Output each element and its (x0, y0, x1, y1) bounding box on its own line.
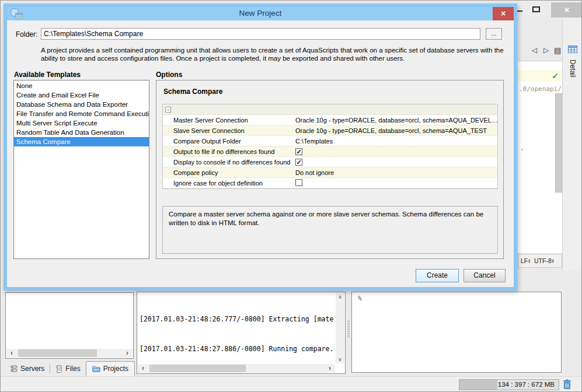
garbage-collect-button[interactable] (563, 379, 574, 391)
check-icon: ✓ (552, 71, 559, 80)
checkbox-checked[interactable]: ✓ (295, 159, 302, 166)
status-bar: 134 : 397 : 672 MB (1, 376, 581, 392)
collapse-icon[interactable]: − (165, 107, 171, 113)
console-line: [2017.01.03-21:48:26.777/-0800] Extracti… (140, 314, 334, 324)
editor-pane: ✓ .0/openapi/ ' (518, 61, 562, 253)
templates-list: None Create and Email Excel File Databas… (13, 80, 149, 259)
browse-button[interactable]: ... (486, 28, 502, 40)
tab-files[interactable]: Files (50, 362, 85, 375)
new-project-dialog: New Project × Folder: ... A project prov… (4, 4, 517, 290)
template-item[interactable]: None (14, 81, 149, 90)
tab-servers[interactable]: Servers (5, 362, 50, 375)
dialog-titlebar: New Project × (7, 7, 514, 20)
option-name: Master Server Connection (163, 115, 292, 125)
option-row: Compare policy Do not ignore (163, 167, 497, 178)
option-value: ✓ (292, 157, 497, 167)
scrollbar-thumb[interactable] (18, 349, 97, 357)
template-item[interactable]: Database Schema and Data Exporter (14, 100, 149, 109)
memory-gauge-fill (459, 380, 497, 390)
option-row: Master Server Connection Oracle 10g - ty… (163, 115, 497, 125)
options-panel: Schema Compare − Master Server Connectio… (156, 80, 504, 259)
scroll-right-icon[interactable]: › (326, 364, 334, 373)
scroll-left-icon[interactable]: ‹ (8, 349, 16, 358)
editor-text: .0/openapi/ (519, 85, 562, 93)
encoding-indicator[interactable]: UTF-8 ▴▾ (534, 257, 554, 264)
editor-current-line: ✓ (518, 70, 562, 82)
table-grid-icon (568, 46, 577, 53)
option-name: Compare policy (163, 167, 292, 177)
option-value[interactable]: Do not ignore (292, 167, 497, 177)
editor-mark: ' (520, 148, 524, 155)
project-description: A project provides a self contained prog… (41, 46, 516, 62)
folder-label: Folder: (16, 30, 37, 38)
console-line: [2017.01.03-21:48:27.886/-0800] Running … (140, 344, 334, 354)
templates-header: Available Templates (14, 71, 81, 79)
server-icon (11, 365, 18, 372)
template-item[interactable]: File Transfer and Remote Command Executi… (14, 109, 149, 118)
editor-scrollbar-thumb[interactable] (555, 93, 562, 192)
option-value (292, 178, 497, 188)
maximize-icon (532, 6, 540, 12)
folder-input[interactable] (41, 28, 480, 40)
tab-projects[interactable]: Projects (86, 361, 135, 376)
dialog-body: Folder: ... A project provides a self co… (7, 20, 514, 274)
scroll-left-icon[interactable]: ‹ (139, 364, 147, 373)
option-row: Slave Server Connection Oracle 10g - typ… (163, 125, 497, 136)
template-item[interactable]: Random Table And Data Generation (14, 128, 149, 137)
list-view-icon[interactable]: ▤ (554, 46, 561, 55)
template-item[interactable]: Multi Server Script Execute (14, 118, 149, 128)
create-button[interactable]: Create (416, 269, 459, 282)
nav-forward-icon[interactable]: ▷ (543, 46, 549, 54)
option-name: Slave Server Connection (163, 125, 292, 135)
option-name: Ignore case for object definition (163, 178, 292, 188)
maximize-button[interactable] (531, 4, 542, 16)
scroll-right-icon[interactable]: › (123, 349, 131, 358)
project-tree-panel: ‹ › (5, 292, 134, 359)
main-close-button[interactable]: × (551, 2, 582, 18)
checkbox-unchecked[interactable] (295, 179, 302, 186)
option-row: Output to file if no differences found ✓ (163, 146, 497, 157)
nav-back-icon[interactable]: ◁ (532, 46, 537, 54)
vertical-scrollbar[interactable]: ∧ ∨ (336, 293, 344, 363)
memory-gauge[interactable]: 134 : 397 : 672 MB (459, 379, 559, 390)
eol-indicator[interactable]: LF ▴▾ (521, 257, 530, 264)
cancel-button[interactable]: Cancel (463, 269, 506, 282)
template-item[interactable]: Create and Email Excel File (14, 90, 149, 100)
detail-sidebar: Detail (562, 20, 582, 271)
checkbox-checked[interactable]: ✓ (295, 148, 302, 155)
option-name: Compare Output Folder (163, 136, 292, 146)
template-item-selected[interactable]: Schema Compare (14, 137, 149, 146)
tab-detail[interactable]: Detail (569, 60, 577, 78)
file-icon (55, 365, 62, 373)
editor-status-bar: LF ▴▾ UTF-8 ▴▾ (518, 254, 562, 268)
memory-usage-text: 134 : 397 : 672 MB (498, 381, 555, 388)
scroll-up-icon[interactable]: ∧ (336, 294, 344, 300)
option-value[interactable]: C:\Templates (292, 136, 497, 146)
trash-icon (563, 379, 574, 390)
close-icon: × (564, 5, 570, 15)
option-value: ✓ (292, 146, 497, 156)
option-value[interactable]: Oracle 10g - type=ORACLE, database=orcl,… (292, 125, 497, 135)
option-value[interactable]: Oracle 10g - type=ORACLE, database=orcl,… (292, 115, 497, 125)
app-window: × ◁ ▷ ▤ ✓ .0/openapi/ ' Detail LF ▴▾ (0, 0, 582, 392)
option-name: Display to console if no differences fou… (163, 157, 292, 167)
horizontal-scrollbar[interactable]: ‹ › (138, 364, 335, 373)
option-row: Display to console if no differences fou… (163, 157, 497, 167)
console-log: [2017.01.03-21:48:26.777/-0800] Extracti… (140, 294, 334, 362)
dialog-title: New Project (7, 9, 514, 18)
scroll-down-icon[interactable]: ∨ (336, 356, 344, 362)
panel-splitter-handle[interactable] (347, 321, 350, 338)
horizontal-scrollbar[interactable]: ‹ › (6, 349, 133, 358)
template-description: Compare a master server schema against o… (162, 206, 498, 254)
updown-icon: ▴▾ (552, 258, 554, 263)
scrollbar-thumb[interactable] (149, 365, 246, 372)
dialog-close-button[interactable]: × (493, 7, 514, 20)
folder-icon (92, 365, 100, 372)
options-grid: − Master Server Connection Oracle 10g - … (162, 104, 498, 189)
option-name: Output to file if no differences found (163, 146, 292, 156)
script-output-panel: % (351, 292, 562, 373)
options-header: Options (156, 71, 182, 79)
option-row: Compare Output Folder C:\Templates (163, 136, 497, 146)
option-row: Ignore case for object definition (163, 178, 497, 188)
console-panel: [2017.01.03-21:48:26.777/-0800] Extracti… (137, 292, 346, 374)
